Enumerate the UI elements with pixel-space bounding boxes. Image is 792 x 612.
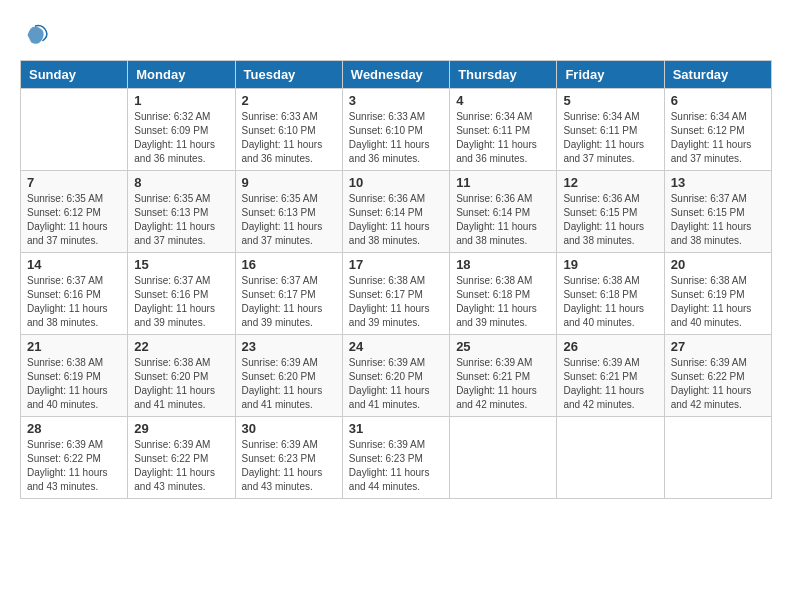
day-number: 22 (134, 339, 228, 354)
day-number: 5 (563, 93, 657, 108)
day-info: Sunrise: 6:38 AM Sunset: 6:18 PM Dayligh… (563, 274, 657, 330)
day-number: 27 (671, 339, 765, 354)
day-info: Sunrise: 6:37 AM Sunset: 6:16 PM Dayligh… (27, 274, 121, 330)
header-day-friday: Friday (557, 61, 664, 89)
header-day-saturday: Saturday (664, 61, 771, 89)
day-number: 2 (242, 93, 336, 108)
calendar-cell: 12Sunrise: 6:36 AM Sunset: 6:15 PM Dayli… (557, 171, 664, 253)
day-number: 18 (456, 257, 550, 272)
day-info: Sunrise: 6:35 AM Sunset: 6:13 PM Dayligh… (242, 192, 336, 248)
calendar-cell: 23Sunrise: 6:39 AM Sunset: 6:20 PM Dayli… (235, 335, 342, 417)
calendar-cell: 31Sunrise: 6:39 AM Sunset: 6:23 PM Dayli… (342, 417, 449, 499)
day-info: Sunrise: 6:34 AM Sunset: 6:12 PM Dayligh… (671, 110, 765, 166)
calendar-cell (450, 417, 557, 499)
day-number: 28 (27, 421, 121, 436)
day-info: Sunrise: 6:34 AM Sunset: 6:11 PM Dayligh… (563, 110, 657, 166)
calendar-cell: 1Sunrise: 6:32 AM Sunset: 6:09 PM Daylig… (128, 89, 235, 171)
day-info: Sunrise: 6:38 AM Sunset: 6:20 PM Dayligh… (134, 356, 228, 412)
calendar-cell: 21Sunrise: 6:38 AM Sunset: 6:19 PM Dayli… (21, 335, 128, 417)
calendar-cell: 5Sunrise: 6:34 AM Sunset: 6:11 PM Daylig… (557, 89, 664, 171)
day-info: Sunrise: 6:39 AM Sunset: 6:20 PM Dayligh… (349, 356, 443, 412)
calendar-cell: 22Sunrise: 6:38 AM Sunset: 6:20 PM Dayli… (128, 335, 235, 417)
week-row-2: 7Sunrise: 6:35 AM Sunset: 6:12 PM Daylig… (21, 171, 772, 253)
calendar-cell: 16Sunrise: 6:37 AM Sunset: 6:17 PM Dayli… (235, 253, 342, 335)
calendar-cell: 26Sunrise: 6:39 AM Sunset: 6:21 PM Dayli… (557, 335, 664, 417)
day-info: Sunrise: 6:39 AM Sunset: 6:23 PM Dayligh… (242, 438, 336, 494)
day-info: Sunrise: 6:33 AM Sunset: 6:10 PM Dayligh… (242, 110, 336, 166)
day-number: 21 (27, 339, 121, 354)
day-number: 9 (242, 175, 336, 190)
day-number: 16 (242, 257, 336, 272)
day-number: 1 (134, 93, 228, 108)
calendar-header: SundayMondayTuesdayWednesdayThursdayFrid… (21, 61, 772, 89)
calendar-cell: 28Sunrise: 6:39 AM Sunset: 6:22 PM Dayli… (21, 417, 128, 499)
day-info: Sunrise: 6:39 AM Sunset: 6:20 PM Dayligh… (242, 356, 336, 412)
day-info: Sunrise: 6:36 AM Sunset: 6:14 PM Dayligh… (456, 192, 550, 248)
calendar-cell: 8Sunrise: 6:35 AM Sunset: 6:13 PM Daylig… (128, 171, 235, 253)
calendar-cell: 15Sunrise: 6:37 AM Sunset: 6:16 PM Dayli… (128, 253, 235, 335)
day-info: Sunrise: 6:37 AM Sunset: 6:17 PM Dayligh… (242, 274, 336, 330)
day-number: 11 (456, 175, 550, 190)
calendar-cell: 14Sunrise: 6:37 AM Sunset: 6:16 PM Dayli… (21, 253, 128, 335)
day-info: Sunrise: 6:39 AM Sunset: 6:22 PM Dayligh… (134, 438, 228, 494)
calendar-cell: 4Sunrise: 6:34 AM Sunset: 6:11 PM Daylig… (450, 89, 557, 171)
calendar-cell: 3Sunrise: 6:33 AM Sunset: 6:10 PM Daylig… (342, 89, 449, 171)
day-number: 20 (671, 257, 765, 272)
day-info: Sunrise: 6:37 AM Sunset: 6:16 PM Dayligh… (134, 274, 228, 330)
calendar-cell (21, 89, 128, 171)
day-number: 23 (242, 339, 336, 354)
calendar-cell: 25Sunrise: 6:39 AM Sunset: 6:21 PM Dayli… (450, 335, 557, 417)
day-number: 12 (563, 175, 657, 190)
header-day-thursday: Thursday (450, 61, 557, 89)
day-number: 17 (349, 257, 443, 272)
calendar-cell: 11Sunrise: 6:36 AM Sunset: 6:14 PM Dayli… (450, 171, 557, 253)
day-number: 25 (456, 339, 550, 354)
day-number: 7 (27, 175, 121, 190)
week-row-4: 21Sunrise: 6:38 AM Sunset: 6:19 PM Dayli… (21, 335, 772, 417)
day-number: 6 (671, 93, 765, 108)
day-number: 24 (349, 339, 443, 354)
calendar-cell: 19Sunrise: 6:38 AM Sunset: 6:18 PM Dayli… (557, 253, 664, 335)
day-number: 13 (671, 175, 765, 190)
header-day-monday: Monday (128, 61, 235, 89)
logo-icon (20, 20, 50, 50)
day-info: Sunrise: 6:32 AM Sunset: 6:09 PM Dayligh… (134, 110, 228, 166)
logo (20, 20, 54, 50)
week-row-5: 28Sunrise: 6:39 AM Sunset: 6:22 PM Dayli… (21, 417, 772, 499)
day-number: 29 (134, 421, 228, 436)
calendar-cell: 17Sunrise: 6:38 AM Sunset: 6:17 PM Dayli… (342, 253, 449, 335)
header-day-sunday: Sunday (21, 61, 128, 89)
day-info: Sunrise: 6:39 AM Sunset: 6:22 PM Dayligh… (27, 438, 121, 494)
page-header (20, 20, 772, 50)
day-info: Sunrise: 6:39 AM Sunset: 6:23 PM Dayligh… (349, 438, 443, 494)
calendar-cell: 24Sunrise: 6:39 AM Sunset: 6:20 PM Dayli… (342, 335, 449, 417)
calendar-cell: 29Sunrise: 6:39 AM Sunset: 6:22 PM Dayli… (128, 417, 235, 499)
calendar-cell: 6Sunrise: 6:34 AM Sunset: 6:12 PM Daylig… (664, 89, 771, 171)
day-info: Sunrise: 6:35 AM Sunset: 6:12 PM Dayligh… (27, 192, 121, 248)
calendar-cell: 20Sunrise: 6:38 AM Sunset: 6:19 PM Dayli… (664, 253, 771, 335)
calendar-cell (557, 417, 664, 499)
day-number: 30 (242, 421, 336, 436)
week-row-3: 14Sunrise: 6:37 AM Sunset: 6:16 PM Dayli… (21, 253, 772, 335)
calendar-table: SundayMondayTuesdayWednesdayThursdayFrid… (20, 60, 772, 499)
calendar-cell: 27Sunrise: 6:39 AM Sunset: 6:22 PM Dayli… (664, 335, 771, 417)
day-info: Sunrise: 6:38 AM Sunset: 6:19 PM Dayligh… (671, 274, 765, 330)
day-info: Sunrise: 6:38 AM Sunset: 6:17 PM Dayligh… (349, 274, 443, 330)
day-number: 3 (349, 93, 443, 108)
day-info: Sunrise: 6:33 AM Sunset: 6:10 PM Dayligh… (349, 110, 443, 166)
calendar-body: 1Sunrise: 6:32 AM Sunset: 6:09 PM Daylig… (21, 89, 772, 499)
day-info: Sunrise: 6:36 AM Sunset: 6:15 PM Dayligh… (563, 192, 657, 248)
header-day-tuesday: Tuesday (235, 61, 342, 89)
header-day-wednesday: Wednesday (342, 61, 449, 89)
day-number: 15 (134, 257, 228, 272)
calendar-cell: 18Sunrise: 6:38 AM Sunset: 6:18 PM Dayli… (450, 253, 557, 335)
calendar-cell: 2Sunrise: 6:33 AM Sunset: 6:10 PM Daylig… (235, 89, 342, 171)
day-info: Sunrise: 6:34 AM Sunset: 6:11 PM Dayligh… (456, 110, 550, 166)
day-info: Sunrise: 6:39 AM Sunset: 6:21 PM Dayligh… (456, 356, 550, 412)
day-number: 14 (27, 257, 121, 272)
calendar-cell: 9Sunrise: 6:35 AM Sunset: 6:13 PM Daylig… (235, 171, 342, 253)
day-number: 4 (456, 93, 550, 108)
day-info: Sunrise: 6:39 AM Sunset: 6:22 PM Dayligh… (671, 356, 765, 412)
day-number: 19 (563, 257, 657, 272)
day-number: 8 (134, 175, 228, 190)
